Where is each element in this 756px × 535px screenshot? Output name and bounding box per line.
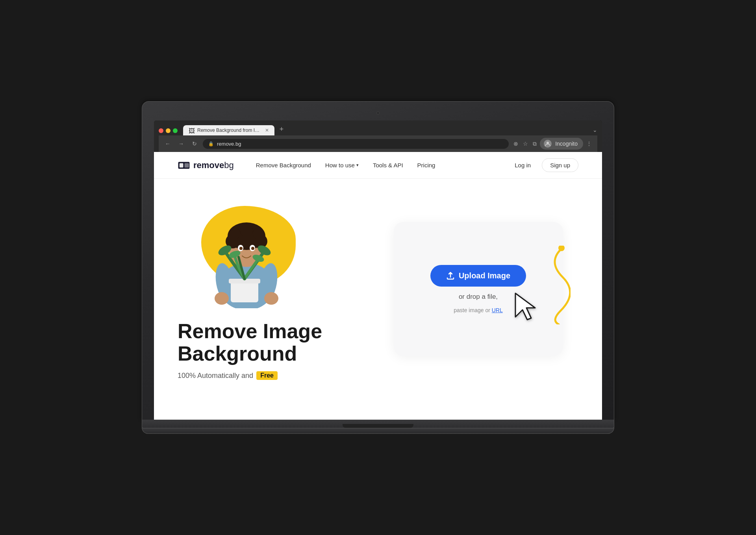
upload-icon [446, 271, 455, 280]
laptop-hinge [343, 424, 413, 428]
browser-toolbar: ← → ↻ 🔒 remove.bg ⊗ ☆ ⧉ [159, 135, 597, 152]
signup-button[interactable]: Sign up [542, 158, 578, 172]
hero-heading: Remove Image Background 100% Automatical… [178, 320, 378, 380]
back-button[interactable]: ← [163, 139, 173, 149]
tab-favicon-icon: 🖼 [189, 128, 194, 133]
nav-tools-api-label: Tools & API [373, 162, 403, 168]
hero-heading-text: Remove Image Background [178, 320, 378, 365]
lock-icon: 🔒 [208, 141, 214, 146]
nav-how-to-use-label: How to use [325, 162, 355, 168]
forward-button[interactable]: → [176, 139, 186, 149]
hero-person-illustration [201, 204, 292, 308]
svg-rect-20 [231, 281, 258, 302]
hero-section: Remove Image Background 100% Automatical… [154, 179, 602, 407]
nav-pricing-label: Pricing [417, 162, 435, 168]
maximize-window-button[interactable] [173, 128, 178, 133]
svg-point-10 [253, 228, 264, 239]
cast-icon[interactable]: ⊗ [512, 139, 520, 148]
incognito-avatar-icon [544, 140, 552, 148]
tab-search-icon[interactable]: ⧉ [531, 139, 538, 149]
paste-text-label: paste image or [454, 307, 490, 313]
incognito-badge[interactable]: Incognito [540, 138, 583, 150]
site-navigation: removebg Remove Background How to use ▾ … [154, 152, 602, 179]
traffic-lights [159, 128, 178, 133]
svg-rect-2 [180, 163, 183, 167]
website-content: removebg Remove Background How to use ▾ … [154, 152, 602, 420]
hero-image-container [178, 198, 311, 308]
active-tab[interactable]: 🖼 Remove Background from Ima... ✕ [183, 125, 274, 135]
tab-title: Remove Background from Ima... [197, 128, 260, 133]
nav-auth: Log in Sign up [508, 158, 578, 172]
free-badge: Free [256, 371, 278, 380]
nav-links: Remove Background How to use ▾ Tools & A… [250, 159, 508, 172]
svg-point-18 [215, 292, 229, 305]
subheading-text: 100% Automatically and [178, 372, 253, 380]
heading-line1: Remove Image [178, 320, 322, 342]
svg-point-11 [240, 224, 253, 237]
laptop-hinge-area [142, 420, 614, 428]
tab-overflow-button[interactable]: ⌄ [593, 127, 597, 133]
address-bar[interactable]: 🔒 remove.bg [203, 139, 509, 149]
reload-button[interactable]: ↻ [189, 139, 200, 149]
screen-bezel: 🖼 Remove Background from Ima... ✕ + ⌄ ← … [154, 120, 602, 420]
nav-pricing[interactable]: Pricing [411, 159, 442, 172]
tabs-row: 🖼 Remove Background from Ima... ✕ + ⌄ [159, 124, 597, 135]
logo-icon [178, 161, 190, 170]
tab-close-icon[interactable]: ✕ [265, 128, 269, 133]
logo-text: removebg [193, 160, 234, 170]
logo-light: bg [224, 160, 233, 170]
logo-area[interactable]: removebg [178, 160, 234, 170]
svg-point-0 [547, 142, 549, 144]
laptop-shell: 🖼 Remove Background from Ima... ✕ + ⌄ ← … [142, 101, 614, 434]
svg-point-19 [264, 292, 278, 305]
nav-remove-background-label: Remove Background [256, 162, 311, 168]
svg-point-9 [229, 228, 240, 239]
upload-image-button[interactable]: Upload Image [430, 265, 526, 287]
login-button[interactable]: Log in [508, 159, 537, 172]
chevron-down-icon: ▾ [356, 163, 359, 168]
svg-point-14 [239, 247, 243, 250]
laptop-lid: 🖼 Remove Background from Ima... ✕ + ⌄ ← … [142, 101, 614, 420]
svg-point-15 [251, 247, 254, 250]
laptop-base [142, 428, 614, 434]
nav-remove-background[interactable]: Remove Background [250, 159, 317, 172]
incognito-label: Incognito [554, 139, 579, 148]
camera-area [154, 109, 602, 117]
heading-line2: Background [178, 342, 297, 365]
more-menu-icon[interactable]: ⋮ [585, 139, 593, 148]
hero-left: Remove Image Background 100% Automatical… [178, 198, 378, 380]
paste-text: paste image or URL [454, 307, 503, 313]
toolbar-right: ⊗ ☆ ⧉ Incognito ⋮ [512, 138, 593, 150]
bookmark-icon[interactable]: ☆ [521, 139, 530, 148]
nav-tools-api[interactable]: Tools & API [367, 159, 410, 172]
hero-subheading: 100% Automatically and Free [178, 371, 378, 380]
webcam [376, 111, 380, 115]
close-window-button[interactable] [159, 128, 163, 133]
upload-button-label: Upload Image [459, 271, 510, 280]
nav-how-to-use[interactable]: How to use ▾ [319, 159, 365, 172]
upload-drop-zone[interactable]: Upload Image or drop a file, paste image… [394, 222, 563, 356]
hero-right: Upload Image or drop a file, paste image… [378, 222, 578, 356]
minimize-window-button[interactable] [166, 128, 170, 133]
new-tab-button[interactable]: + [276, 124, 287, 135]
drop-text: or drop a file, [459, 293, 498, 301]
url-link[interactable]: URL [492, 307, 503, 313]
url-text: remove.bg [217, 141, 503, 147]
browser-chrome: 🖼 Remove Background from Ima... ✕ + ⌄ ← … [154, 120, 602, 152]
svg-rect-3 [185, 163, 189, 167]
logo-bold: remove [193, 160, 224, 170]
